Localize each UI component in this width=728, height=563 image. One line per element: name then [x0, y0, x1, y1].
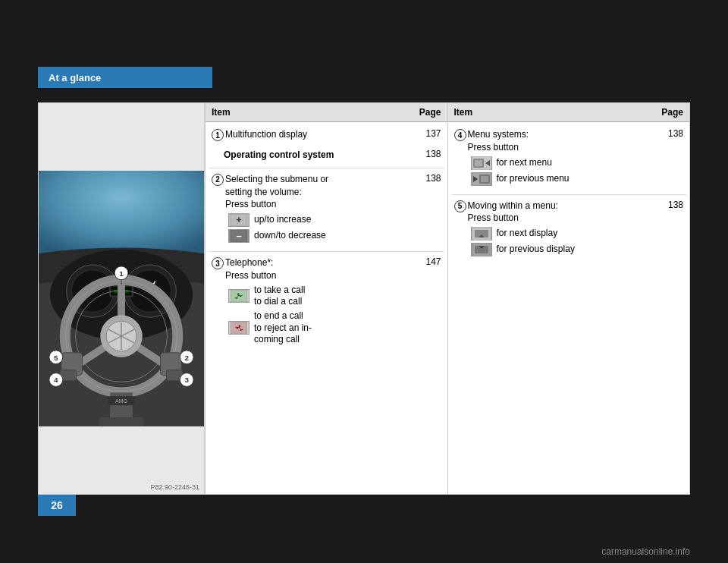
item-content-4: Menu systems:Press button for next menu — [468, 128, 657, 188]
svg-text:1: 1 — [119, 269, 124, 278]
svg-text:–: – — [236, 230, 241, 241]
svg-text:4: 4 — [54, 376, 58, 384]
item-page-ocs: 138 — [414, 149, 441, 159]
item-number-5: 5 — [454, 200, 466, 212]
page-number-badge: 26 — [38, 495, 76, 516]
item-page-5: 138 — [656, 200, 683, 210]
item-title-ocs: Operating control system — [224, 149, 334, 160]
left-col-page: Page — [411, 107, 441, 118]
table-row: 1 Multifunction display 137 — [209, 127, 444, 143]
item-title-4: Menu systems:Press button — [468, 128, 657, 154]
image-panel: 88 km/h 1 — [38, 102, 205, 495]
item-number-3: 3 — [212, 257, 224, 269]
sub-label-display-next: for next display — [497, 228, 558, 240]
item-content-2: Selecting the submenu orsetting the volu… — [225, 173, 414, 245]
sub-label-display-prev: for previous display — [497, 244, 575, 256]
watermark: carmanualsonline.info — [601, 546, 690, 557]
right-table-body: 4 Menu systems:Press button for ne — [448, 122, 690, 269]
svg-rect-55 — [481, 176, 488, 182]
sub-item-phone-end: to end a callto reject an in-coming call — [228, 310, 414, 346]
item-title-2: Selecting the submenu orsetting the volu… — [225, 173, 414, 211]
divider — [451, 194, 687, 195]
plus-icon: + — [228, 213, 249, 227]
minus-icon: – — [228, 229, 249, 243]
svg-rect-40 — [99, 417, 143, 426]
left-table-body: 1 Multifunction display 137 Operating co… — [206, 122, 447, 359]
sub-item-plus: + up/to increase — [228, 213, 414, 227]
phone-end-icon — [228, 321, 249, 335]
svg-text:5: 5 — [54, 354, 58, 362]
sub-item-display-prev: for previous display — [471, 243, 657, 256]
left-table-header: Item Page — [206, 103, 447, 122]
phone-answer-icon — [228, 289, 249, 303]
sub-label-menu-next: for next menu — [497, 157, 552, 169]
menu-prev-icon — [471, 172, 492, 186]
table-row: Operating control system 138 — [209, 147, 444, 163]
steering-wheel-image: 88 km/h 1 — [39, 103, 204, 494]
display-next-icon — [471, 227, 492, 241]
item-page-3: 147 — [414, 256, 441, 267]
item-number-1: 1 — [212, 129, 224, 141]
svg-text:+: + — [236, 214, 242, 225]
right-table-header: Item Page — [448, 103, 690, 122]
left-table: Item Page 1 Multifunction display 137 Op… — [205, 102, 448, 495]
item-content-ocs: Operating control system — [224, 149, 414, 162]
main-content: 88 km/h 1 — [38, 102, 690, 495]
divider — [209, 168, 444, 168]
watermark-text: carmanualsonline.info — [601, 546, 690, 557]
sub-item-minus: – down/to decrease — [228, 229, 414, 243]
svg-text:AMG: AMG — [115, 398, 127, 404]
svg-rect-1 — [39, 171, 204, 261]
table-row: 5 Moving within a menu:Press button for … — [451, 198, 687, 261]
section-header: At a glance — [38, 67, 212, 88]
sub-label-menu-prev: for previous menu — [497, 173, 570, 185]
item-page-1: 137 — [414, 128, 441, 139]
item-title-5: Moving within a menu:Press button — [468, 200, 657, 225]
sub-label-phone-answer: to take a callto dial a call — [254, 285, 305, 308]
sub-item-menu-prev: for previous menu — [471, 172, 657, 186]
item-number-4: 4 — [454, 129, 466, 141]
item-number-2: 2 — [212, 174, 224, 186]
right-col-item: Item — [454, 107, 654, 118]
svg-text:2: 2 — [184, 354, 189, 362]
table-row: 3 Telephone*:Press button to take a call… — [209, 255, 444, 350]
left-col-item: Item — [212, 107, 411, 118]
page-number: 26 — [51, 499, 63, 511]
item-page-4: 138 — [656, 128, 683, 139]
table-row: 4 Menu systems:Press button for ne — [451, 127, 687, 190]
menu-next-icon — [471, 156, 492, 170]
item-content-5: Moving within a menu:Press button for ne… — [468, 200, 657, 259]
svg-text:3: 3 — [184, 376, 189, 384]
item-title-3: Telephone*:Press button — [225, 256, 414, 282]
sub-item-menu-next: for next menu — [471, 156, 657, 170]
display-prev-icon — [471, 243, 492, 256]
image-caption: P82.90-2246-31 — [150, 483, 199, 491]
sub-item-display-next: for next display — [471, 227, 657, 241]
right-col-page: Page — [653, 107, 683, 118]
right-table: Item Page 4 Menu systems:Press button — [448, 102, 691, 495]
section-title: At a glance — [49, 72, 101, 83]
sub-label-phone-end: to end a callto reject an in-coming call — [254, 310, 312, 346]
item-title-1: Multifunction display — [225, 129, 307, 140]
svg-rect-51 — [475, 160, 482, 166]
item-content-1: Multifunction display — [225, 128, 414, 141]
sub-label-minus: down/to decrease — [254, 230, 326, 242]
sub-label-plus: up/to increase — [254, 214, 311, 226]
item-page-2: 138 — [414, 173, 441, 184]
sub-item-phone-answer: to take a callto dial a call — [228, 285, 414, 308]
divider — [209, 251, 444, 252]
item-content-3: Telephone*:Press button to take a callto… — [225, 256, 414, 348]
table-row: 2 Selecting the submenu orsetting the vo… — [209, 171, 444, 247]
